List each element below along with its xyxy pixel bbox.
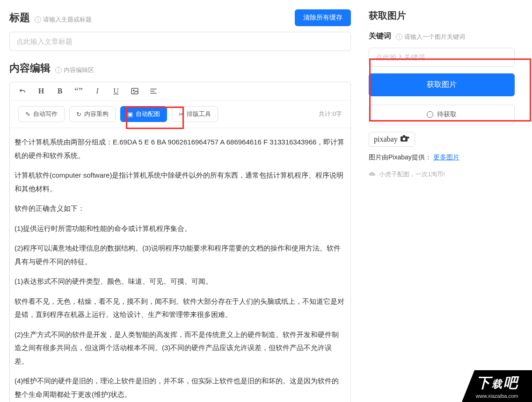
editor-paragraph: 软件的正确含义如下：: [15, 202, 346, 215]
cloud-icon: [369, 171, 376, 178]
clear-cache-button[interactable]: 清除所有缓存: [295, 9, 351, 26]
svg-point-8: [407, 136, 409, 138]
title-section-header: 标题 i 请输入主题或标题 清除所有缓存: [9, 9, 351, 26]
editor-paragraph: (4)维护不同的硬件是旧的，理论上软件是旧的，并不坏，但实际上软件也是旧的和坏的…: [15, 374, 346, 401]
editor-body[interactable]: 整个计算机系统由两部分组成：E.69DA 5 E 6 BA 9062616964…: [10, 128, 350, 402]
editor-paragraph: 整个计算机系统由两部分组成：E.69DA 5 E 6 BA 9062616964…: [15, 136, 346, 162]
word-count: 共计:0字: [319, 110, 342, 118]
camera-icon: [401, 135, 410, 144]
keyword-hint: i 请输入一个图片关键词: [396, 33, 465, 41]
underline-icon[interactable]: U: [112, 87, 120, 95]
svg-rect-6: [403, 135, 405, 136]
pixabay-badge: pixabay: [369, 132, 415, 147]
fetch-image-button[interactable]: 获取图片: [369, 73, 515, 96]
keyword-label: 关键词: [369, 31, 391, 41]
content-hint: i 内容编辑区: [55, 66, 94, 74]
editor-paragraph: 计算机软件(computer software)是指计算机系统中除硬件以外的所有…: [15, 169, 346, 195]
auto-image-button[interactable]: ▣ 自动配图: [120, 106, 167, 122]
editor-paragraph: (1)表达形式不同的硬件类型、颜色、味道、可见、可摸、可闻。: [15, 275, 346, 288]
info-icon: i: [35, 16, 41, 23]
layers-icon: ▣: [127, 111, 133, 118]
circle-icon: [427, 111, 433, 118]
refresh-icon: ↻: [76, 111, 81, 118]
layout-tools-button[interactable]: ✂ 排版工具: [172, 106, 218, 122]
pencil-icon: ✎: [25, 111, 30, 118]
keyword-input[interactable]: [369, 48, 515, 67]
article-title-input[interactable]: [9, 32, 351, 51]
editor-format-toolbar: H B “” I U: [10, 82, 350, 100]
italic-icon[interactable]: I: [93, 87, 102, 95]
credit-line: 图片由Pixabay提供： 更多图片: [369, 153, 515, 162]
editor-paragraph: 软件看不见，无色，枯燥，看不见，摸不到，闻不到。软件大部分存在于人们的头脑或纸上…: [15, 295, 346, 322]
editor-paragraph: (1)提供运行时所需功能和性能的命令或计算机程序集合。: [15, 222, 346, 236]
bold-icon[interactable]: B: [56, 87, 64, 95]
more-images-link[interactable]: 更多图片: [433, 153, 459, 161]
image-icon[interactable]: [131, 87, 139, 95]
svg-point-1: [133, 90, 134, 91]
pending-button[interactable]: 待获取: [369, 105, 515, 124]
editor-frame: H B “” I U ✎ 自动写作: [9, 82, 351, 402]
title-hint: i 请输入主题或标题: [35, 15, 92, 24]
svg-point-7: [402, 137, 405, 140]
tools-icon: ✂: [179, 111, 184, 118]
auto-write-button[interactable]: ✎ 自动写作: [18, 106, 65, 122]
footer-note: 小虎子配图，一次1淘币!: [369, 170, 515, 179]
heading-icon[interactable]: H: [37, 87, 45, 95]
info-icon: i: [55, 67, 62, 73]
content-edit-header: 内容编辑 i 内容编辑区: [9, 61, 351, 75]
title-heading: 标题: [9, 11, 30, 25]
editor-paragraph: (2)生产方式不同的软件是开发，是人类智能的高发挥，而不是传统意义上的硬件制造。…: [15, 328, 346, 368]
image-panel-heading: 获取图片: [369, 9, 515, 22]
content-heading: 内容编辑: [9, 61, 51, 75]
undo-icon[interactable]: [18, 87, 27, 95]
align-icon[interactable]: [149, 87, 158, 95]
quote-icon[interactable]: “”: [74, 87, 83, 95]
editor-paragraph: (2)程序可以满意地处理信息的数据结构。(3)说明程序功能要求和程序需要的文档的…: [15, 242, 346, 268]
info-icon: i: [396, 34, 402, 40]
editor-action-toolbar: ✎ 自动写作 ↻ 内容重构 ▣ 自动配图 ✂ 排版工具: [10, 100, 350, 128]
content-rebuild-button[interactable]: ↻ 内容重构: [69, 106, 116, 122]
